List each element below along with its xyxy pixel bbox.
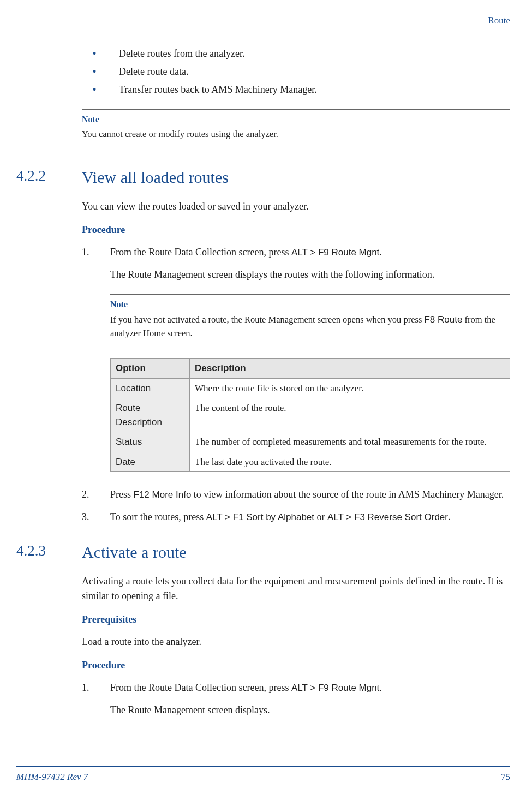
step-number: 2. [82, 487, 110, 502]
table-cell-option: Route Description [111, 398, 190, 432]
footer-rule [16, 766, 510, 767]
bullet-text: Delete routes from the analyzer. [119, 46, 510, 61]
table-cell-option: Date [111, 452, 190, 472]
step-cmd: ALT > F9 Route Mgnt [291, 247, 379, 258]
note-block: Note If you have not activated a route, … [110, 294, 510, 348]
note-pre: If you have not activated a route, the R… [110, 314, 424, 325]
bullet-item: • Transfer routes back to AMS Machinery … [93, 82, 510, 97]
table-row: Date The last date you activated the rou… [111, 452, 510, 472]
step-text-post: . [448, 511, 451, 522]
bullet-item: • Delete routes from the analyzer. [93, 46, 510, 61]
page-content: • Delete routes from the analyzer. • Del… [16, 46, 510, 725]
procedure-label: Procedure [82, 658, 510, 673]
bullet-text: Delete route data. [119, 64, 510, 79]
section-intro: You can view the routes loaded or saved … [82, 199, 510, 214]
bullet-item: • Delete route data. [93, 64, 510, 79]
step-cmd: ALT > F9 Route Mgnt. [291, 683, 382, 693]
section-heading-423: 4.2.3 Activate a route [16, 540, 510, 564]
step-number: 1. [82, 680, 110, 695]
step-number: 1. [82, 245, 110, 260]
footer-page-number: 75 [501, 770, 510, 784]
note-label: Note [82, 113, 510, 126]
step-text-pre: From the Route Data Collection screen, p… [110, 247, 291, 258]
table-header-option: Option [111, 359, 190, 379]
step-text-post: . [379, 247, 382, 258]
note-cmd: F8 Route [424, 314, 462, 325]
table-cell-desc: The last date you activated the route. [190, 452, 510, 472]
step-result: The Route Management screen displays. [110, 703, 510, 718]
step-result: The Route Management screen displays the… [110, 267, 510, 282]
footer-rev: MHM-97432 Rev 7 [16, 770, 88, 784]
prereq-text: Load a route into the analyzer. [82, 635, 510, 649]
step-text-pre: From the Route Data Collection screen, p… [110, 682, 291, 693]
section-title: Activate a route [82, 540, 187, 564]
table-row: Route Description The content of the rou… [111, 398, 510, 432]
table-cell-option: Location [111, 378, 190, 398]
table-header-description: Description [190, 359, 510, 379]
section-intro: Activating a route lets you collect data… [82, 574, 510, 604]
options-table: Option Description Location Where the ro… [110, 358, 510, 472]
section-title: View all loaded routes [82, 165, 229, 189]
bullet-text: Transfer routes back to AMS Machinery Ma… [119, 82, 510, 97]
bullet-list: • Delete routes from the analyzer. • Del… [93, 46, 510, 97]
note-label: Note [110, 298, 510, 311]
section-number: 4.2.2 [16, 165, 82, 189]
note-block: Note You cannot create or modify routes … [82, 109, 510, 148]
header-rule [16, 26, 510, 26]
section-number: 4.2.3 [16, 540, 82, 564]
step-text: From the Route Data Collection screen, p… [110, 245, 510, 260]
step-number: 3. [82, 510, 110, 524]
note-text: If you have not activated a route, the R… [110, 313, 510, 341]
table-row: Status The number of completed measureme… [111, 432, 510, 452]
note-text: You cannot create or modify routes using… [82, 128, 510, 141]
bullet-icon: • [93, 82, 119, 97]
procedure-step-3: 3. To sort the routes, press ALT > F1 So… [82, 510, 510, 524]
table-cell-desc: The number of completed measurements and… [190, 432, 510, 452]
table-header-row: Option Description [111, 359, 510, 379]
bullet-icon: • [93, 64, 119, 79]
step-cmd: F12 More Info [134, 489, 192, 500]
procedure-step-2: 2. Press F12 More Info to view informati… [82, 487, 510, 502]
table-cell-option: Status [111, 432, 190, 452]
procedure-step-1: 1. From the Route Data Collection screen… [82, 680, 510, 695]
procedure-label: Procedure [82, 223, 510, 237]
table-cell-desc: Where the route file is stored on the an… [190, 378, 510, 398]
procedure-step-1: 1. From the Route Data Collection screen… [82, 245, 510, 260]
step-text: From the Route Data Collection screen, p… [110, 680, 510, 695]
step-text-pre: Press [110, 489, 134, 500]
step-text-mid: or [314, 511, 327, 522]
step-text-pre: To sort the routes, press [110, 511, 206, 522]
prereq-label: Prerequisites [82, 612, 510, 627]
step-text-post: to view information about the source of … [191, 489, 504, 500]
section-heading-422: 4.2.2 View all loaded routes [16, 165, 510, 189]
step-cmd: ALT > F3 Reverse Sort Order [327, 512, 448, 522]
step-cmd: ALT > F1 Sort by Alphabet [206, 512, 314, 522]
step-text: To sort the routes, press ALT > F1 Sort … [110, 510, 510, 524]
table-cell-desc: The content of the route. [190, 398, 510, 432]
table-row: Location Where the route file is stored … [111, 378, 510, 398]
step-text: Press F12 More Info to view information … [110, 487, 510, 502]
page-footer: MHM-97432 Rev 7 75 [16, 766, 510, 784]
bullet-icon: • [93, 46, 119, 61]
